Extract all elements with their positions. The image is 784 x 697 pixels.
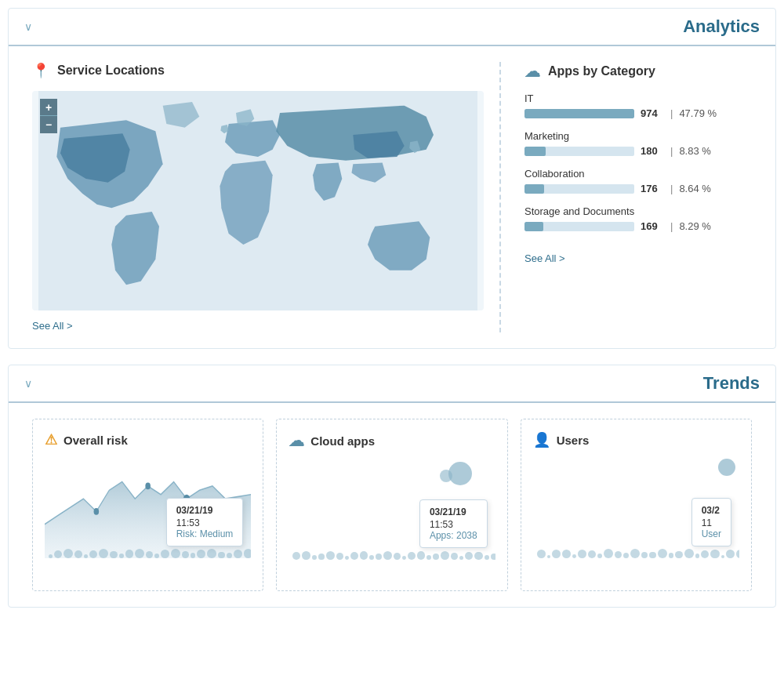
bubble: [572, 554, 576, 558]
trend-panel-cloud-apps: ☁ Cloud apps 03/21/19 11:53 Apps: 2038: [276, 419, 507, 591]
category-bar-row: 169 | 8.29 %: [524, 220, 752, 232]
world-map-svg: [32, 91, 484, 310]
trends-section: ∨ Trends ⚠ Overall risk: [8, 365, 776, 608]
bubble: [701, 550, 709, 558]
category-item-2: Collaboration 176 | 8.64 %: [524, 168, 752, 194]
tooltip-date: 03/21/19: [176, 505, 234, 516]
bubble: [89, 550, 97, 558]
svg-point-2: [94, 508, 100, 515]
category-bar-track: [524, 184, 634, 194]
bubble: [604, 549, 613, 558]
apps-category-see-all[interactable]: See All >: [524, 252, 565, 264]
zoom-in-button[interactable]: +: [40, 99, 57, 116]
svg-point-3: [145, 483, 151, 490]
bubble: [171, 549, 180, 558]
bubble: [597, 554, 602, 558]
bubble: [146, 551, 153, 558]
category-bar-track: [524, 147, 634, 156]
analytics-section: ∨ Analytics 📍 Service Locations + −: [8, 8, 776, 349]
bubble: [726, 550, 735, 558]
category-bar-track: [524, 109, 634, 118]
category-bar-fill: [524, 222, 543, 231]
cloud-medium-bubble: [440, 470, 452, 482]
small-bubbles-row: [533, 549, 739, 558]
bubble: [49, 554, 53, 558]
bubble: [207, 549, 216, 558]
bubble: [110, 551, 117, 558]
category-separator: |: [670, 107, 673, 119]
bubble: [459, 556, 463, 560]
category-separator: |: [670, 145, 673, 157]
zoom-out-button[interactable]: −: [40, 116, 57, 133]
trend-title: 👤 Users: [533, 431, 739, 448]
category-label: IT: [524, 93, 752, 104]
bubble: [485, 555, 489, 560]
bubble: [326, 551, 335, 560]
analytics-chevron[interactable]: ∨: [24, 20, 32, 33]
bubble: [451, 553, 458, 560]
trend-title: ⚠ Overall risk: [45, 431, 251, 448]
bubble: [227, 553, 232, 558]
category-label: Collaboration: [524, 168, 752, 180]
service-locations-see-all[interactable]: See All >: [32, 320, 73, 332]
apps-by-category-panel: ☁ Apps by Category IT 974 | 47.79 % Mark…: [501, 62, 752, 332]
bubble: [54, 550, 62, 558]
small-bubbles-row: [45, 549, 251, 558]
bubble: [161, 550, 169, 558]
category-percent: 8.64 %: [679, 183, 710, 194]
tooltip-time: 11:53: [176, 517, 234, 528]
bubble: [234, 550, 242, 558]
category-separator: |: [670, 220, 673, 232]
bubble: [135, 549, 144, 558]
bubble: [191, 553, 196, 558]
analytics-title: Analytics: [683, 16, 760, 37]
bubble: [695, 554, 700, 558]
category-bar-row: 176 | 8.64 %: [524, 183, 752, 194]
bubble: [552, 550, 561, 558]
trend-tooltip: 03/2 11 User: [691, 498, 731, 546]
bubble: [125, 550, 134, 558]
analytics-content: 📍 Service Locations + −: [9, 46, 775, 348]
bubble: [578, 550, 587, 559]
trend-panel-users: 👤 Users 03/2 11 User: [521, 419, 752, 591]
bubble: [64, 549, 73, 558]
category-bar-row: 180 | 8.83 %: [524, 145, 752, 157]
bubble: [710, 550, 719, 558]
map-controls: + −: [40, 99, 57, 133]
bubble: [99, 549, 108, 558]
world-map: + −: [32, 91, 484, 310]
bubble: [244, 549, 252, 558]
bubble: [312, 555, 317, 560]
category-label: Storage and Documents: [524, 205, 752, 217]
tooltip-time: 11: [702, 517, 721, 528]
small-bubbles-row: [289, 551, 495, 560]
tooltip-value: Apps: 2038: [430, 530, 477, 541]
bubble: [376, 554, 382, 560]
bubble: [736, 550, 739, 558]
bubble: [402, 556, 406, 560]
category-value: 974: [641, 107, 664, 119]
bubble: [562, 550, 571, 558]
cloud-icon: ☁: [289, 431, 304, 450]
bubble: [417, 551, 426, 560]
tooltip-value: User: [702, 528, 721, 539]
tooltip-time: 11:53: [430, 519, 477, 530]
bubble: [84, 554, 88, 558]
trend-panel-overall-risk: ⚠ Overall risk: [32, 419, 263, 591]
bubble: [721, 555, 724, 558]
cloud-icon: ☁: [524, 62, 540, 81]
trends-content: ⚠ Overall risk: [9, 403, 775, 607]
bubble: [318, 554, 325, 560]
trends-header: ∨ Trends: [9, 365, 775, 403]
trend-label: Users: [557, 434, 590, 447]
location-icon: 📍: [32, 62, 49, 79]
service-locations-title: 📍 Service Locations: [32, 62, 484, 79]
trends-chevron[interactable]: ∨: [24, 377, 32, 390]
bubble: [302, 551, 310, 560]
category-bar-fill: [524, 147, 546, 156]
bubble: [360, 551, 368, 560]
bubble: [433, 554, 439, 560]
category-item-1: Marketing 180 | 8.83 %: [524, 130, 752, 157]
category-percent: 8.29 %: [679, 220, 710, 232]
category-bar-fill: [524, 109, 634, 118]
